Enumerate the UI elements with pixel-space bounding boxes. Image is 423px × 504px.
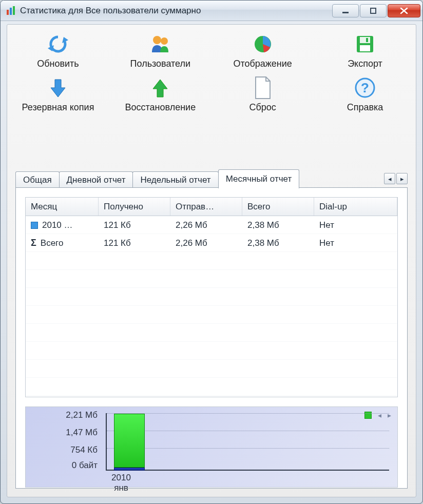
toolbar-row-1: Обновить Пользователи Отображение Экспор… bbox=[14, 32, 409, 69]
tab-scroll-right[interactable]: ▸ bbox=[396, 173, 408, 184]
help-label: Справка bbox=[347, 102, 383, 113]
up-arrow-icon bbox=[148, 75, 172, 100]
display-label: Отображение bbox=[233, 59, 292, 69]
window-title: Статистика для Все пользователи суммарно bbox=[20, 6, 332, 16]
tab-scroll-left[interactable]: ◂ bbox=[384, 173, 395, 184]
col-sent[interactable]: Отправ… bbox=[170, 198, 242, 216]
svg-point-7 bbox=[153, 36, 161, 44]
svg-rect-4 bbox=[371, 8, 376, 13]
statistics-window: Статистика для Все пользователи суммарно… bbox=[0, 0, 423, 504]
y-tick: 754 Кб bbox=[26, 445, 98, 455]
svg-rect-3 bbox=[342, 12, 349, 13]
maximize-button[interactable] bbox=[360, 4, 387, 17]
titlebar[interactable]: Статистика для Все пользователи суммарно bbox=[1, 1, 422, 21]
tab-panel-monthly: Месяц Получено Отправ… Всего Dial-up 201… bbox=[15, 187, 408, 489]
chart-plot bbox=[106, 413, 389, 471]
toolbar: Обновить Пользователи Отображение Экспор… bbox=[7, 25, 416, 122]
page-icon bbox=[251, 75, 275, 100]
refresh-button[interactable]: Обновить bbox=[14, 32, 102, 69]
reset-label: Сброс bbox=[249, 102, 276, 113]
col-total[interactable]: Всего bbox=[242, 198, 314, 216]
table-row[interactable]: 2010 … 121 Кб 2,26 Мб 2,38 Мб Нет bbox=[26, 216, 397, 234]
report-tabs: Общая Дневной отчет Недельный отчет Меся… bbox=[15, 169, 408, 489]
piechart-icon bbox=[251, 32, 275, 56]
tab-monthly[interactable]: Месячный отчет bbox=[218, 169, 300, 188]
col-received[interactable]: Получено bbox=[99, 198, 170, 216]
toolbar-row-2: Резервная копия Восстановление Сброс ? С… bbox=[14, 75, 409, 113]
export-label: Экспорт bbox=[348, 59, 382, 69]
users-button[interactable]: Пользователи bbox=[117, 32, 204, 69]
series-color-icon bbox=[31, 222, 38, 229]
restore-label: Восстановление bbox=[125, 102, 196, 113]
tab-daily[interactable]: Дневной отчет bbox=[59, 171, 133, 188]
grid-header[interactable]: Месяц Получено Отправ… Всего Dial-up bbox=[26, 198, 397, 216]
close-button[interactable] bbox=[388, 4, 420, 17]
help-button[interactable]: ? Справка bbox=[321, 75, 409, 113]
client-area: Обновить Пользователи Отображение Экспор… bbox=[7, 24, 416, 497]
grid-body: 2010 … 121 Кб 2,26 Мб 2,38 Мб Нет ΣВсего… bbox=[26, 216, 397, 397]
help-icon: ? bbox=[353, 75, 377, 100]
svg-rect-11 bbox=[360, 37, 370, 43]
users-icon bbox=[148, 32, 172, 56]
traffic-chart: ◂ ▸ 2,21 Мб 1,47 Мб 754 Кб 0 байт bbox=[25, 406, 398, 488]
y-tick: 0 байт bbox=[26, 460, 98, 471]
y-tick: 2,21 Мб bbox=[26, 410, 98, 420]
users-label: Пользователи bbox=[130, 59, 190, 69]
floppy-icon bbox=[353, 32, 377, 56]
refresh-icon bbox=[46, 32, 70, 56]
tab-weekly[interactable]: Недельный отчет bbox=[132, 171, 218, 188]
y-tick: 1,47 Мб bbox=[26, 428, 98, 438]
svg-rect-2 bbox=[13, 6, 15, 15]
tab-general[interactable]: Общая bbox=[15, 171, 60, 188]
svg-point-8 bbox=[161, 37, 168, 45]
down-arrow-icon bbox=[46, 75, 70, 100]
col-dialup[interactable]: Dial-up bbox=[314, 198, 397, 216]
refresh-label: Обновить bbox=[37, 59, 79, 69]
data-grid[interactable]: Месяц Получено Отправ… Всего Dial-up 201… bbox=[25, 197, 398, 397]
chart-bar bbox=[114, 414, 145, 471]
window-buttons bbox=[332, 4, 420, 17]
export-button[interactable]: Экспорт bbox=[321, 32, 409, 69]
tab-scroll: ◂ ▸ bbox=[384, 173, 408, 184]
reset-button[interactable]: Сброс bbox=[219, 75, 306, 113]
backup-label: Резервная копия bbox=[22, 102, 94, 113]
svg-rect-1 bbox=[10, 8, 12, 15]
svg-text:?: ? bbox=[361, 80, 369, 95]
display-button[interactable]: Отображение bbox=[219, 32, 306, 69]
backup-button[interactable]: Резервная копия bbox=[14, 75, 102, 113]
restore-button[interactable]: Восстановление bbox=[117, 75, 204, 113]
sigma-icon: Σ bbox=[31, 238, 36, 248]
svg-rect-13 bbox=[360, 45, 370, 51]
table-row[interactable]: ΣВсего 121 Кб 2,26 Мб 2,38 Мб Нет bbox=[26, 234, 397, 252]
svg-rect-0 bbox=[7, 10, 9, 15]
app-icon bbox=[6, 6, 16, 16]
tabstrip: Общая Дневной отчет Недельный отчет Меся… bbox=[15, 169, 408, 188]
col-month[interactable]: Месяц bbox=[26, 198, 99, 216]
minimize-button[interactable] bbox=[332, 4, 359, 17]
svg-rect-12 bbox=[366, 38, 368, 42]
x-tick: 2010янв bbox=[101, 473, 142, 493]
